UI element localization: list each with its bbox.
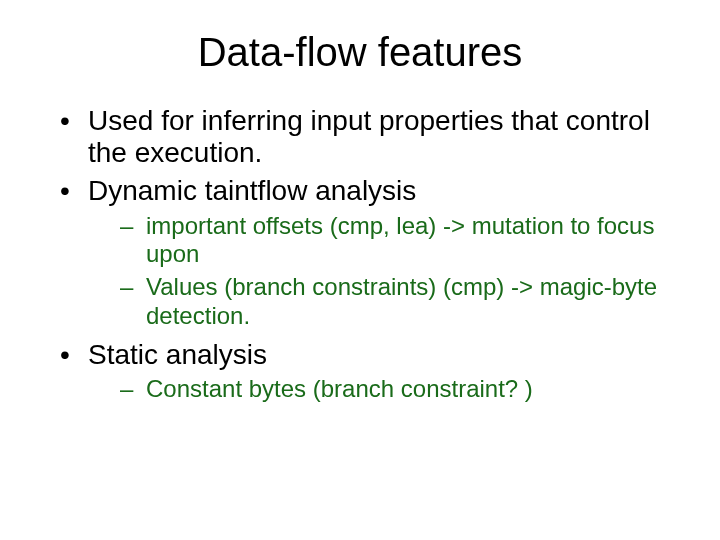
bullet-text: Used for inferring input properties that… [88, 105, 650, 168]
bullet-text: Dynamic taintflow analysis [88, 175, 416, 206]
sub-bullet-item: important offsets (cmp, lea) -> mutation… [120, 212, 690, 270]
slide: Data-flow features Used for inferring in… [0, 0, 720, 540]
sub-bullet-list: important offsets (cmp, lea) -> mutation… [120, 212, 690, 331]
sub-bullet-list: Constant bytes (branch constraint? ) [120, 375, 690, 404]
bullet-text: Static analysis [88, 339, 267, 370]
sub-bullet-text: Values (branch constraints) (cmp) -> mag… [146, 273, 657, 329]
bullet-list: Used for inferring input properties that… [60, 105, 690, 404]
sub-bullet-item: Constant bytes (branch constraint? ) [120, 375, 690, 404]
bullet-item: Used for inferring input properties that… [60, 105, 690, 169]
bullet-item: Static analysis Constant bytes (branch c… [60, 339, 690, 404]
slide-title: Data-flow features [30, 30, 690, 75]
sub-bullet-item: Values (branch constraints) (cmp) -> mag… [120, 273, 690, 331]
sub-bullet-text: Constant bytes (branch constraint? ) [146, 375, 533, 402]
sub-bullet-text: important offsets (cmp, lea) -> mutation… [146, 212, 654, 268]
bullet-item: Dynamic taintflow analysis important off… [60, 175, 690, 330]
